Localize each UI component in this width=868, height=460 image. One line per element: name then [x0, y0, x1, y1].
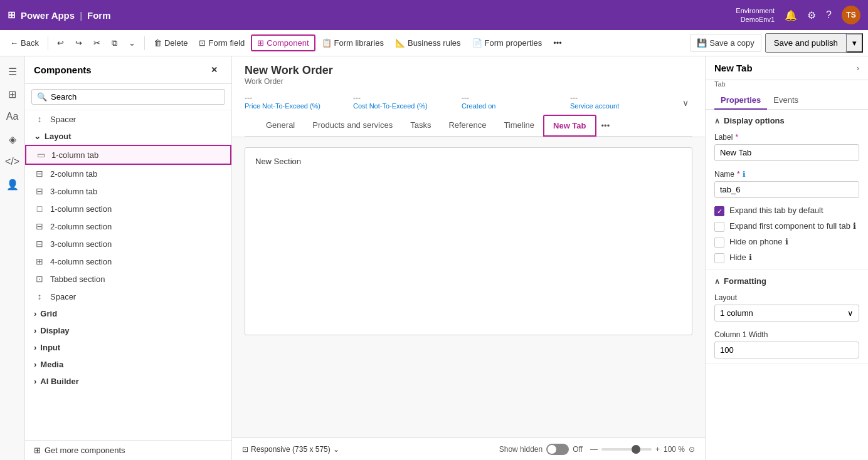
help-icon[interactable]: ?	[826, 9, 832, 21]
name-info-icon[interactable]: ℹ	[743, 170, 746, 179]
delete-button[interactable]: 🗑 Delete	[149, 36, 193, 50]
save-copy-button[interactable]: 💾 Save a copy	[690, 34, 761, 52]
field-price-value: ---	[245, 93, 348, 102]
cut-icon: ✂	[93, 38, 100, 48]
sidebar-section-input[interactable]: › Input	[25, 339, 231, 356]
label-input[interactable]	[714, 144, 859, 161]
zoom-in-icon[interactable]: +	[655, 445, 660, 454]
1col-tab-icon: ▭	[35, 150, 46, 160]
zoom-out-icon[interactable]: —	[590, 445, 598, 454]
tab-properties[interactable]: Properties	[714, 91, 767, 110]
sidebar-item-2col-tab[interactable]: ⊟ 2-column tab	[25, 165, 231, 182]
hide-on-phone-checkbox[interactable]	[714, 238, 724, 248]
responsive-selector[interactable]: ⊡ Responsive (735 x 575) ⌄	[242, 445, 339, 454]
redo-button[interactable]: ↪	[70, 36, 87, 50]
settings-icon[interactable]: ⚙	[807, 9, 816, 21]
component-button[interactable]: ⊞ Component	[251, 34, 315, 51]
layout-field-label: Layout	[714, 293, 859, 302]
sidebar-section-layout[interactable]: ⌄ Layout	[25, 128, 231, 145]
tab-general[interactable]: General	[257, 115, 304, 136]
sidebar-item-2col-section[interactable]: ⊟ 2-column section	[25, 217, 231, 235]
get-more-components-link[interactable]: ⊞ Get more components	[34, 446, 223, 455]
display-options-label: Display options	[724, 116, 785, 125]
zoom-fit-icon[interactable]: ⊙	[689, 445, 695, 454]
new-section[interactable]: New Section	[245, 147, 692, 335]
sidebar-item-1col-tab[interactable]: ▭ 1-column tab	[25, 145, 231, 165]
formatting-header[interactable]: ∧ Formatting	[706, 270, 868, 290]
expand-fields-icon[interactable]: ∨	[679, 91, 692, 115]
sidebar-item-4col-section[interactable]: ⊞ 4-column section	[25, 253, 231, 270]
sidebar-section-ai-builder[interactable]: › AI Builder	[25, 373, 231, 390]
form-tabs: General Products and services Tasks Refe…	[245, 115, 692, 137]
expand-first-info-icon[interactable]: ℹ	[853, 221, 856, 231]
form-properties-button[interactable]: 📄 Form properties	[467, 36, 548, 50]
zoom-slider[interactable]	[601, 448, 652, 451]
sidebar-section-display[interactable]: › Display	[25, 322, 231, 339]
sidebar-item-1col-section[interactable]: □ 1-column section	[25, 200, 231, 217]
sidebar-item-3col-tab[interactable]: ⊟ 3-column tab	[25, 182, 231, 200]
right-panel-title: New Tab	[714, 63, 753, 73]
layout-select[interactable]: 1 column ∨	[714, 305, 859, 321]
name-input[interactable]	[714, 181, 859, 198]
save-publish-dropdown-button[interactable]: ▾	[847, 33, 863, 53]
more-options-button[interactable]: •••	[548, 36, 567, 50]
sidebar-item-spacer-top[interactable]: ↕ Spacer	[25, 110, 231, 128]
sidebar-item-tabbed-section[interactable]: ⊡ Tabbed section	[25, 270, 231, 288]
expand-tab-label: Expand this tab by default	[729, 206, 823, 215]
form-title: New Work Order	[245, 64, 692, 77]
toolbar: ← Back ↩ ↪ ✂ ⧉ ⌄ 🗑 Delete ⊡ Form field ⊞…	[0, 30, 868, 56]
save-publish-split-button: Save and publish ▾	[765, 33, 863, 53]
sidebar-section-media[interactable]: › Media	[25, 356, 231, 373]
form-libraries-button[interactable]: 📋 Form libraries	[317, 36, 389, 50]
tab-timeline[interactable]: Timeline	[495, 115, 543, 136]
form-subtitle: Work Order	[245, 77, 692, 86]
tab-more-button[interactable]: •••	[596, 116, 615, 135]
2col-section-icon: ⊟	[34, 221, 45, 231]
sidebar-section-grid[interactable]: › Grid	[25, 305, 231, 322]
right-panel-expand-icon[interactable]: ›	[857, 63, 859, 73]
more-dropdown-button[interactable]: ⌄	[124, 36, 140, 50]
person-icon[interactable]: 👤	[3, 174, 23, 194]
undo-button[interactable]: ↩	[52, 36, 69, 50]
sidebar-item-spacer-bottom[interactable]: ↕ Spacer	[25, 288, 231, 305]
expand-tab-checkbox[interactable]	[714, 206, 724, 216]
search-input[interactable]	[51, 92, 220, 102]
sidebar-close-button[interactable]: ✕	[206, 63, 223, 77]
tab-reference[interactable]: Reference	[440, 115, 495, 136]
back-button[interactable]: ← Back	[5, 36, 44, 50]
copy-button[interactable]: ⧉	[107, 36, 122, 51]
tab-new-tab[interactable]: New Tab	[543, 115, 596, 137]
hide-info-icon[interactable]: ℹ	[749, 253, 752, 262]
toggle-track[interactable]	[546, 444, 569, 455]
tab-tasks[interactable]: Tasks	[401, 115, 440, 136]
hamburger-menu-icon[interactable]: ☰	[3, 61, 23, 81]
field-cost-label: Cost Not-To-Exceed (%)	[353, 102, 457, 110]
hide-on-phone-checkbox-row: Hide on phone ℹ	[706, 234, 868, 250]
label-field: Label *	[706, 129, 868, 166]
expand-first-component-checkbox[interactable]	[714, 222, 724, 232]
hide-checkbox[interactable]	[714, 253, 724, 263]
app-logo[interactable]: ⊞ Power Apps | Form	[8, 9, 111, 21]
tab-products[interactable]: Products and services	[304, 115, 401, 136]
business-rules-button[interactable]: 📐 Business rules	[390, 36, 466, 50]
zoom-percent-label: 100 %	[664, 445, 685, 454]
save-publish-button[interactable]: Save and publish	[765, 33, 847, 53]
hide-checkbox-row: Hide ℹ	[706, 250, 868, 269]
toggle-state-label: Off	[573, 445, 583, 454]
tab-events[interactable]: Events	[767, 91, 805, 110]
code-icon[interactable]: </>	[3, 152, 23, 172]
sidebar-item-3col-section[interactable]: ⊟ 3-column section	[25, 235, 231, 253]
cut-button[interactable]: ✂	[88, 36, 105, 50]
text-field-icon[interactable]: Aa	[3, 107, 23, 127]
layers-icon[interactable]: ⊞	[3, 84, 23, 104]
redo-icon: ↪	[75, 38, 82, 48]
hide-on-phone-info-icon[interactable]: ℹ	[785, 237, 788, 246]
form-properties-icon: 📄	[472, 38, 482, 48]
form-field-button[interactable]: ⊡ Form field	[194, 36, 250, 50]
chevron-down-icon: ⌄	[129, 38, 135, 48]
column-width-input[interactable]	[714, 342, 859, 358]
display-options-header[interactable]: ∧ Display options	[706, 110, 868, 129]
data-icon[interactable]: ◈	[3, 129, 23, 149]
notification-icon[interactable]: 🔔	[785, 9, 797, 21]
user-avatar[interactable]: TS	[842, 6, 860, 24]
